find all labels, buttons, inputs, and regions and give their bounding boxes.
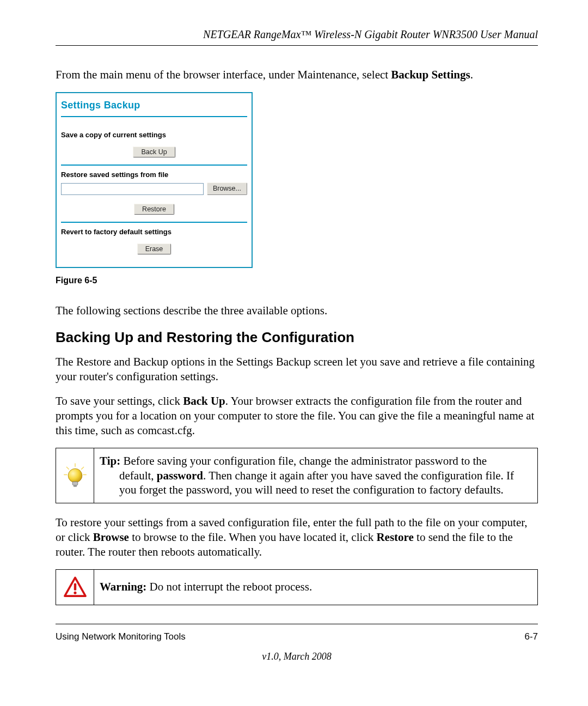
- page-header: NETGEAR RangeMax™ Wireless-N Gigabit Rou…: [56, 27, 538, 46]
- svg-line-2: [81, 467, 84, 470]
- warning-text: Do not interrupt the reboot process.: [146, 580, 312, 593]
- footer-row: Using Network Monitoring Tools 6-7: [56, 631, 538, 643]
- restore-label: Restore saved settings from file: [61, 170, 247, 180]
- para3-b2: Restore: [376, 531, 413, 544]
- para3-p2: to browse to the file. When you have loc…: [129, 531, 376, 544]
- svg-line-1: [66, 467, 69, 470]
- svg-point-10: [74, 592, 76, 594]
- paragraph-3: To restore your settings from a saved co…: [56, 515, 538, 559]
- lightbulb-icon: [62, 462, 88, 489]
- warning-body: Warning: Do not interrupt the reboot pro…: [94, 570, 537, 605]
- paragraph-2: To save your settings, click Back Up. Yo…: [56, 394, 538, 438]
- warning-label: Warning:: [100, 580, 146, 593]
- tip-callout: Tip: Before saving your configuration fi…: [56, 448, 538, 504]
- revert-label: Revert to factory default settings: [61, 227, 247, 237]
- restore-file-input[interactable]: [61, 183, 204, 195]
- panel-title: Settings Backup: [61, 99, 247, 114]
- footer-version: v1.0, March 2008: [56, 650, 538, 663]
- tip-label: Tip:: [100, 454, 120, 467]
- warning-callout: Warning: Do not interrupt the reboot pro…: [56, 569, 538, 605]
- svg-rect-7: [73, 485, 76, 487]
- intro-prefix: From the main menu of the browser interf…: [56, 68, 391, 81]
- erase-button[interactable]: Erase: [137, 244, 171, 254]
- backup-button[interactable]: Back Up: [133, 147, 175, 157]
- figure-caption: Figure 6-5: [56, 275, 538, 287]
- para2-b1: Back Up: [183, 394, 225, 407]
- para3-b1: Browse: [93, 531, 129, 544]
- tip-l2b: password: [157, 469, 203, 482]
- warning-icon: [63, 575, 87, 599]
- save-copy-label: Save a copy of current settings: [61, 130, 247, 140]
- tip-l1: Before saving your configuration file, c…: [120, 454, 487, 467]
- svg-point-5: [68, 468, 82, 483]
- restore-button[interactable]: Restore: [134, 204, 174, 215]
- svg-rect-6: [72, 482, 78, 485]
- svg-rect-9: [74, 583, 76, 591]
- footer-rule: [56, 624, 538, 624]
- intro-bold: Backup Settings: [391, 68, 470, 81]
- tip-l2a: default,: [119, 469, 157, 482]
- para2-p1: To save your settings, click: [56, 394, 183, 407]
- tip-body: Tip: Before saving your configuration fi…: [94, 448, 537, 503]
- footer-left: Using Network Monitoring Tools: [56, 631, 186, 643]
- intro-suffix: .: [470, 68, 473, 81]
- intro-paragraph: From the main menu of the browser interf…: [56, 68, 538, 82]
- tip-icon-cell: [56, 448, 94, 503]
- browse-button[interactable]: Browse...: [207, 182, 247, 195]
- warning-icon-cell: [56, 570, 94, 605]
- after-figure-text: The following sections describe the thre…: [56, 303, 538, 318]
- footer-right: 6-7: [524, 631, 538, 643]
- paragraph-1: The Restore and Backup options in the Se…: [56, 355, 538, 384]
- section-heading: Backing Up and Restoring the Configurati…: [56, 328, 538, 347]
- settings-backup-panel: Settings Backup Save a copy of current s…: [56, 92, 253, 268]
